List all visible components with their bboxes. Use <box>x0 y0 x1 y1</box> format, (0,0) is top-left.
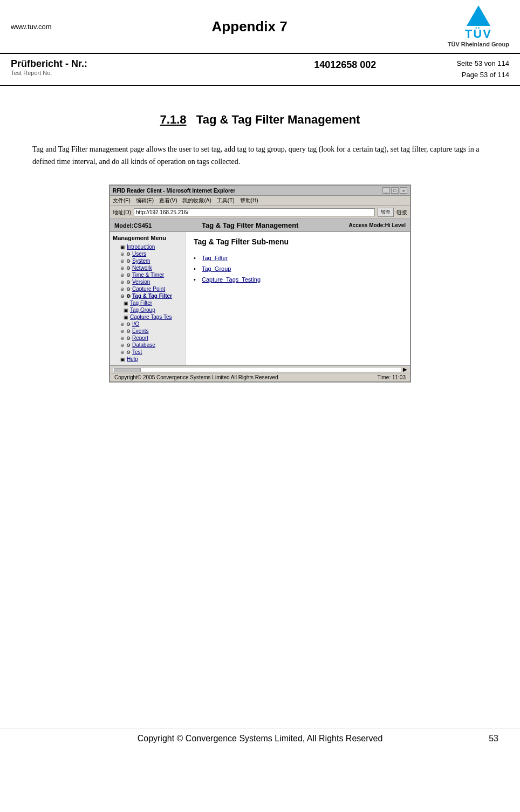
gear-icon-version: ⚙ <box>126 279 131 285</box>
nav-item-events[interactable]: ⊕ ⚙ Events <box>113 327 182 335</box>
access-mode: Access Mode:Hi Level <box>348 222 406 228</box>
gear-icon-rp: ⚙ <box>126 336 131 341</box>
tuv-rheinland-label: TÜV Rheinland Group <box>448 41 509 47</box>
nav-item-help[interactable]: ▣ Help <box>113 356 182 363</box>
app-body: Management Menu ▣ Introduction ⊕ ⚙ Users… <box>110 232 410 365</box>
copyright-status: Copyright© 2005 Convergence Systems Limi… <box>114 374 278 380</box>
doc-icon-help: ▣ <box>120 357 125 362</box>
page-header: www.tuv.com Appendix 7 TÜV TÜV Rheinland… <box>0 0 520 54</box>
scroll-right-btn[interactable]: ▶ <box>403 366 407 372</box>
nav-link-database[interactable]: Database <box>132 342 155 348</box>
left-nav: Management Menu ▣ Introduction ⊕ ⚙ Users… <box>110 232 186 365</box>
gear-icon-db: ⚙ <box>126 343 131 348</box>
minimize-button[interactable]: _ <box>382 187 390 194</box>
doc-icon-ct: ▣ <box>124 315 128 320</box>
nav-item-introduction[interactable]: ▣ Introduction <box>113 243 182 250</box>
menu-help[interactable]: 帮助(H) <box>240 197 258 204</box>
doc-icon-tf: ▣ <box>124 301 128 306</box>
expand-icon: ⊕ <box>120 251 125 257</box>
list-item-tagfilter[interactable]: Tag Filter <box>194 253 402 263</box>
time-value: 11:03 <box>392 374 406 380</box>
nav-link-capturepoint[interactable]: Capture Point <box>132 286 165 292</box>
nav-link-report[interactable]: Report <box>132 335 148 341</box>
nav-link-network[interactable]: Network <box>132 265 152 271</box>
nav-item-users[interactable]: ⊕ ⚙ Users <box>113 250 182 257</box>
nav-item-capturetags[interactable]: ▣ Capture Tags Tes <box>113 313 182 320</box>
report-number: 14012658 002 <box>234 58 456 81</box>
scrollbar-thumb[interactable] <box>114 368 141 372</box>
gear-icon-system: ⚙ <box>126 258 131 264</box>
nav-link-help[interactable]: Help <box>127 356 138 362</box>
nav-link-io[interactable]: I/O <box>132 321 139 327</box>
gear-icon-cp: ⚙ <box>126 286 131 292</box>
gear-icon-io: ⚙ <box>126 322 131 327</box>
menu-file[interactable]: 文件(F) <box>113 197 131 204</box>
page-en: Page 53 of 114 <box>456 70 509 81</box>
nav-item-tagfilter-sub[interactable]: ▣ Tag Filter <box>113 299 182 306</box>
browser-screenshot: RFID Reader Client - Microsoft Internet … <box>109 185 411 383</box>
main-content: 7.1.8 Tag & Tag Filter Management Tag an… <box>0 86 520 405</box>
nav-link-tagfilter[interactable]: Tag & Tag Filter <box>132 293 172 299</box>
browser-titlebar: RFID Reader Client - Microsoft Internet … <box>110 186 410 196</box>
link-tagfilter[interactable]: Tag Filter <box>202 255 228 261</box>
browser-statusbar: Copyright© 2005 Convergence Systems Limi… <box>110 373 410 381</box>
nav-item-io[interactable]: ⊕ ⚙ I/O <box>113 320 182 327</box>
gear-icon-time: ⚙ <box>126 272 131 278</box>
expand-icon-db: ⊕ <box>120 343 125 348</box>
nav-item-network[interactable]: ⊕ ⚙ Network <box>113 264 182 271</box>
footer-page-number: 53 <box>489 734 498 743</box>
links-label: 链接 <box>396 209 407 216</box>
go-button[interactable]: 转至 <box>378 208 394 217</box>
section-number: 7.1.8 <box>160 113 187 126</box>
nav-item-report[interactable]: ⊕ ⚙ Report <box>113 335 182 342</box>
nav-link-capturetags[interactable]: Capture Tags Tes <box>130 314 172 320</box>
maximize-button[interactable]: □ <box>391 187 399 194</box>
expand-icon-rp: ⊕ <box>120 336 125 341</box>
nav-item-time[interactable]: ⊕ ⚙ Time & Timer <box>113 271 182 278</box>
nav-link-users[interactable]: Users <box>132 251 146 257</box>
nav-link-test[interactable]: Test <box>132 349 142 355</box>
nav-link-tagfilter-sub[interactable]: Tag Filter <box>130 300 152 306</box>
page-footer: Copyright © Convergence Systems Limited,… <box>0 728 520 749</box>
address-label: 地址(D) <box>113 209 131 216</box>
list-item-taggroup[interactable]: Tag Group <box>194 263 402 274</box>
doc-icon-tg: ▣ <box>124 308 128 313</box>
nav-item-version[interactable]: ⊕ ⚙ Version <box>113 278 182 285</box>
nav-link-introduction[interactable]: Introduction <box>127 244 155 250</box>
report-label-area: Prüfbericht - Nr.: Test Report No. <box>11 58 234 81</box>
menu-view[interactable]: 查看(V) <box>159 197 177 204</box>
nav-link-version[interactable]: Version <box>132 279 150 285</box>
logo-area: TÜV TÜV Rheinland Group <box>448 5 509 47</box>
link-capturetags[interactable]: Capture Tags Testing <box>202 276 261 283</box>
nav-item-capturepoint[interactable]: ⊕ ⚙ Capture Point <box>113 285 182 292</box>
expand-icon-cp: ⊕ <box>120 286 125 292</box>
nav-item-taggroup[interactable]: ▣ Tag Group <box>113 306 182 313</box>
submenu-title: Tag & Tag Filter Sub-menu <box>194 237 402 246</box>
nav-item-database[interactable]: ⊕ ⚙ Database <box>113 342 182 349</box>
gear-icon-network: ⚙ <box>126 265 131 271</box>
menu-favorites[interactable]: 我的收藏(A) <box>182 197 211 204</box>
horizontal-scrollbar[interactable]: ▶ <box>110 365 410 373</box>
nav-item-test[interactable]: ⊕ ⚙ Test <box>113 349 182 356</box>
expand-icon-tst: ⊕ <box>120 350 125 355</box>
tuv-triangle-icon <box>467 5 490 26</box>
menu-tools[interactable]: 工具(T) <box>217 197 235 204</box>
nav-link-taggroup[interactable]: Tag Group <box>130 307 155 313</box>
nav-item-system[interactable]: ⊕ ⚙ System <box>113 257 182 264</box>
model-label: Model:CS451 <box>114 222 152 229</box>
browser-menubar[interactable]: 文件(F) 编辑(E) 查看(V) 我的收藏(A) 工具(T) 帮助(H) <box>110 196 410 206</box>
section-description: Tag and Tag Filter management page allow… <box>32 143 488 169</box>
nav-link-events[interactable]: Events <box>132 328 149 334</box>
address-input[interactable] <box>134 208 375 216</box>
expand-icon-tf: ⊖ <box>120 294 125 299</box>
browser-controls[interactable]: _ □ × <box>382 187 407 194</box>
close-button[interactable]: × <box>400 187 407 194</box>
browser-title: RFID Reader Client - Microsoft Internet … <box>113 188 235 194</box>
nav-link-system[interactable]: System <box>132 258 150 264</box>
menu-edit[interactable]: 编辑(E) <box>136 197 154 204</box>
list-item-capturetags[interactable]: Capture Tags Testing <box>194 274 402 285</box>
link-taggroup[interactable]: Tag Group <box>202 265 231 272</box>
nav-title: Management Menu <box>113 235 182 241</box>
nav-item-tagfilter[interactable]: ⊖ ⚙ Tag & Tag Filter <box>113 292 182 299</box>
nav-link-time[interactable]: Time & Timer <box>132 272 164 278</box>
